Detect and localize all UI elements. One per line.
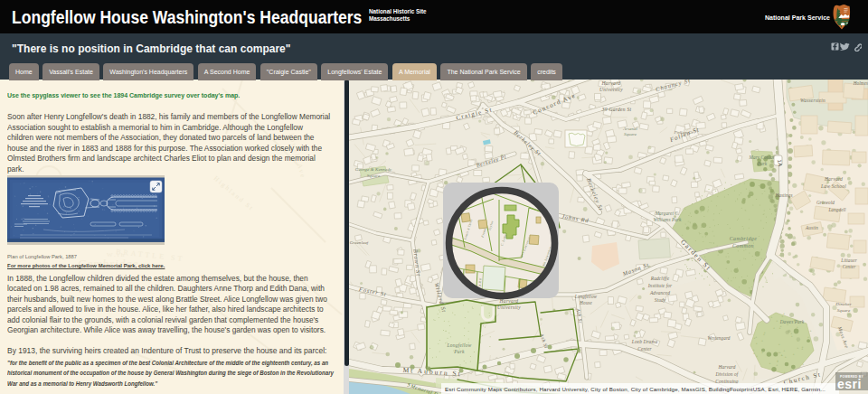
svg-text:Wasserstein: Wasserstein: [800, 98, 826, 103]
svg-text:House: House: [579, 300, 592, 305]
svg-text:+: +: [763, 333, 765, 336]
svg-text:Square: Square: [837, 308, 851, 313]
svg-text:+: +: [756, 342, 758, 345]
svg-text:+: +: [770, 315, 772, 319]
svg-text:+: +: [797, 346, 798, 350]
svg-text:Westengard: Westengard: [707, 335, 730, 341]
svg-text:Institute for: Institute for: [647, 283, 673, 288]
svg-text:George & Kennedy: George & Kennedy: [355, 167, 392, 172]
svg-text:University: University: [497, 305, 521, 310]
svg-text:Griswold: Griswold: [816, 200, 835, 205]
svg-text:1A: 1A: [777, 159, 783, 166]
svg-text:Harvard: Harvard: [717, 364, 735, 370]
svg-text:+: +: [753, 348, 755, 352]
svg-text:+: +: [756, 354, 758, 358]
svg-text:Square: Square: [624, 132, 637, 136]
svg-text:Longfellow: Longfellow: [447, 342, 472, 348]
svg-text:Common: Common: [732, 243, 754, 249]
svg-text:Center: Center: [843, 264, 857, 269]
svg-text:Dawes Park: Dawes Park: [779, 319, 805, 324]
svg-text:Longfellow: Longfellow: [574, 294, 598, 299]
svg-text:+: +: [791, 334, 793, 338]
svg-text:Park: Park: [757, 161, 768, 166]
svg-text:39 Garden St: 39 Garden St: [601, 107, 632, 112]
svg-text:Langdell: Langdell: [827, 207, 846, 212]
svg-text:Williams Park: Williams Park: [654, 217, 682, 222]
svg-text:+: +: [784, 371, 786, 374]
svg-text:Hastings: Hastings: [774, 192, 792, 198]
svg-text:+: +: [778, 342, 780, 346]
svg-text:Follen Ct: Follen Ct: [674, 130, 693, 135]
svg-text:Littauer: Littauer: [840, 258, 857, 263]
svg-text:+: +: [783, 349, 785, 352]
svg-text:+: +: [793, 352, 795, 356]
svg-text:Division of: Division of: [715, 371, 740, 377]
svg-text:+: +: [781, 353, 783, 357]
svg-text:+: +: [778, 351, 779, 354]
svg-text:Loeb Drama: Loeb Drama: [631, 339, 658, 344]
svg-text:Cambridge: Cambridge: [730, 236, 758, 241]
svg-text:Square: Square: [367, 174, 381, 178]
svg-text:Harvard: Harvard: [601, 80, 621, 86]
svg-text:esri: esri: [837, 377, 862, 391]
svg-text:Highland St: Highland St: [212, 174, 256, 212]
svg-text:Study: Study: [655, 297, 666, 303]
svg-text:Greenleaf: Greenleaf: [350, 240, 369, 245]
svg-text:Radcliffe: Radcliffe: [650, 276, 670, 281]
svg-text:+: +: [801, 347, 803, 351]
svg-text:+: +: [802, 362, 804, 366]
svg-text:Advanced: Advanced: [649, 290, 670, 296]
svg-text:Law School: Law School: [820, 183, 846, 189]
svg-text:Arsenal: Arsenal: [622, 127, 637, 131]
svg-text:+: +: [777, 359, 778, 362]
svg-text:+: +: [807, 335, 809, 339]
svg-text:Harvard: Harvard: [824, 176, 843, 182]
svg-text:+: +: [776, 363, 778, 367]
svg-text:+: +: [773, 326, 775, 330]
svg-text:Park: Park: [453, 349, 465, 354]
svg-text:+: +: [780, 324, 782, 328]
svg-text:+: +: [769, 361, 771, 365]
svg-text:+: +: [753, 352, 755, 355]
svg-text:+: +: [785, 355, 787, 359]
svg-text:+: +: [809, 329, 811, 333]
svg-text:Margaret C.: Margaret C.: [655, 211, 680, 216]
svg-text:+: +: [761, 339, 763, 342]
svg-text:Center: Center: [637, 346, 652, 352]
svg-text:University: University: [599, 87, 623, 92]
svg-text:Esri Community Maps Contributo: Esri Community Maps Contributors, Harvar…: [445, 386, 826, 392]
svg-text:Mary Conlan: Mary Conlan: [749, 155, 776, 160]
svg-text:Dinakar: Dinakar: [835, 302, 851, 306]
svg-text:+: +: [797, 325, 798, 329]
svg-text:Austin: Austin: [805, 225, 818, 230]
svg-text:3: 3: [407, 382, 410, 388]
svg-text:Holmes: Holmes: [853, 80, 868, 86]
svg-text:+: +: [783, 312, 785, 315]
svg-text:+: +: [755, 335, 757, 339]
svg-text:+: +: [776, 319, 778, 323]
svg-text:+: +: [781, 314, 783, 318]
